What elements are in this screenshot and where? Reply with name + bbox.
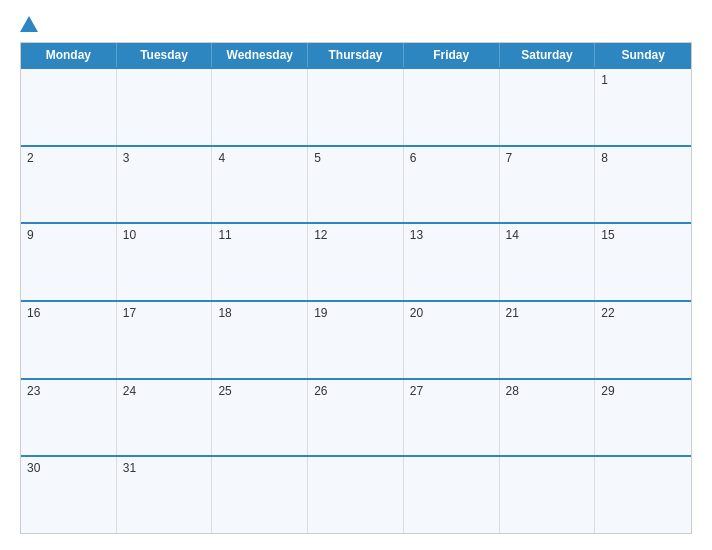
- calendar-cell: 6: [404, 147, 500, 223]
- calendar-cell: 14: [500, 224, 596, 300]
- day-number: 30: [27, 461, 110, 475]
- calendar-cell: 20: [404, 302, 500, 378]
- day-number: 3: [123, 151, 206, 165]
- calendar-cell: 28: [500, 380, 596, 456]
- day-number: 14: [506, 228, 589, 242]
- calendar-cell: 24: [117, 380, 213, 456]
- header: [20, 16, 692, 32]
- calendar-cell: 26: [308, 380, 404, 456]
- day-number: 26: [314, 384, 397, 398]
- day-number: 11: [218, 228, 301, 242]
- calendar-cell: 27: [404, 380, 500, 456]
- logo-triangle-icon: [20, 16, 38, 32]
- day-number: 12: [314, 228, 397, 242]
- calendar-page: MondayTuesdayWednesdayThursdayFridaySatu…: [0, 0, 712, 550]
- calendar-cell: 18: [212, 302, 308, 378]
- calendar-cell: 13: [404, 224, 500, 300]
- logo: [20, 16, 40, 32]
- calendar-cell: 2: [21, 147, 117, 223]
- day-number: 5: [314, 151, 397, 165]
- calendar-cell: 31: [117, 457, 213, 533]
- day-number: 29: [601, 384, 685, 398]
- calendar-cell: 3: [117, 147, 213, 223]
- calendar-cell: 12: [308, 224, 404, 300]
- calendar-week-1: 1: [21, 67, 691, 145]
- day-number: 31: [123, 461, 206, 475]
- weekday-header-sunday: Sunday: [595, 43, 691, 67]
- calendar-cell: 29: [595, 380, 691, 456]
- day-number: 18: [218, 306, 301, 320]
- day-number: 24: [123, 384, 206, 398]
- logo-blue-row: [20, 16, 40, 32]
- calendar-cell: [117, 69, 213, 145]
- calendar-cell: [308, 69, 404, 145]
- day-number: 1: [601, 73, 685, 87]
- day-number: 13: [410, 228, 493, 242]
- calendar-cell: 17: [117, 302, 213, 378]
- weekday-header-monday: Monday: [21, 43, 117, 67]
- calendar-cell: 9: [21, 224, 117, 300]
- calendar-cell: [500, 69, 596, 145]
- calendar-cell: [595, 457, 691, 533]
- calendar-cell: 8: [595, 147, 691, 223]
- calendar-cell: 5: [308, 147, 404, 223]
- day-number: 27: [410, 384, 493, 398]
- calendar-body: 1234567891011121314151617181920212223242…: [21, 67, 691, 533]
- weekday-header-tuesday: Tuesday: [117, 43, 213, 67]
- calendar-cell: 11: [212, 224, 308, 300]
- day-number: 6: [410, 151, 493, 165]
- calendar-week-2: 2345678: [21, 145, 691, 223]
- calendar-grid: MondayTuesdayWednesdayThursdayFridaySatu…: [20, 42, 692, 534]
- day-number: 9: [27, 228, 110, 242]
- calendar-cell: [404, 69, 500, 145]
- calendar-cell: 22: [595, 302, 691, 378]
- calendar-cell: 19: [308, 302, 404, 378]
- calendar-cell: [404, 457, 500, 533]
- day-number: 10: [123, 228, 206, 242]
- calendar-cell: 16: [21, 302, 117, 378]
- day-number: 23: [27, 384, 110, 398]
- calendar-cell: 4: [212, 147, 308, 223]
- day-number: 19: [314, 306, 397, 320]
- day-number: 28: [506, 384, 589, 398]
- day-number: 17: [123, 306, 206, 320]
- day-number: 2: [27, 151, 110, 165]
- day-number: 16: [27, 306, 110, 320]
- calendar-cell: 30: [21, 457, 117, 533]
- calendar-cell: 25: [212, 380, 308, 456]
- calendar-cell: [212, 69, 308, 145]
- calendar-cell: 7: [500, 147, 596, 223]
- day-number: 22: [601, 306, 685, 320]
- weekday-header-saturday: Saturday: [500, 43, 596, 67]
- weekday-header-thursday: Thursday: [308, 43, 404, 67]
- day-number: 7: [506, 151, 589, 165]
- weekday-header-wednesday: Wednesday: [212, 43, 308, 67]
- calendar-week-3: 9101112131415: [21, 222, 691, 300]
- calendar-cell: 21: [500, 302, 596, 378]
- day-number: 15: [601, 228, 685, 242]
- day-number: 20: [410, 306, 493, 320]
- calendar-cell: [212, 457, 308, 533]
- weekday-header-friday: Friday: [404, 43, 500, 67]
- calendar-week-6: 3031: [21, 455, 691, 533]
- calendar-cell: 15: [595, 224, 691, 300]
- calendar-week-5: 23242526272829: [21, 378, 691, 456]
- calendar-cell: [500, 457, 596, 533]
- calendar-header-row: MondayTuesdayWednesdayThursdayFridaySatu…: [21, 43, 691, 67]
- day-number: 25: [218, 384, 301, 398]
- calendar-cell: [308, 457, 404, 533]
- calendar-cell: [21, 69, 117, 145]
- day-number: 8: [601, 151, 685, 165]
- calendar-week-4: 16171819202122: [21, 300, 691, 378]
- calendar-cell: 1: [595, 69, 691, 145]
- day-number: 21: [506, 306, 589, 320]
- day-number: 4: [218, 151, 301, 165]
- calendar-cell: 10: [117, 224, 213, 300]
- calendar-cell: 23: [21, 380, 117, 456]
